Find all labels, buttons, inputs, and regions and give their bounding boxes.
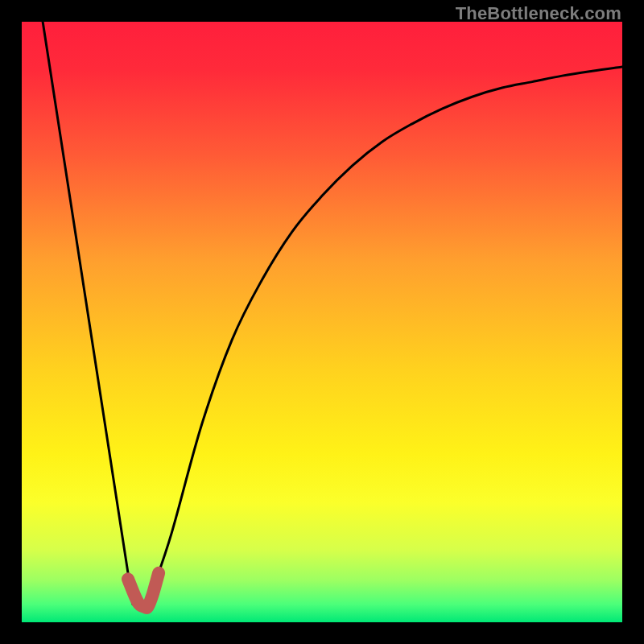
chart-frame: TheBottleneck.com xyxy=(0,0,644,644)
gradient-background xyxy=(22,22,622,622)
chart-svg xyxy=(22,22,622,622)
plot-area xyxy=(22,22,622,622)
watermark-text: TheBottleneck.com xyxy=(456,3,621,24)
